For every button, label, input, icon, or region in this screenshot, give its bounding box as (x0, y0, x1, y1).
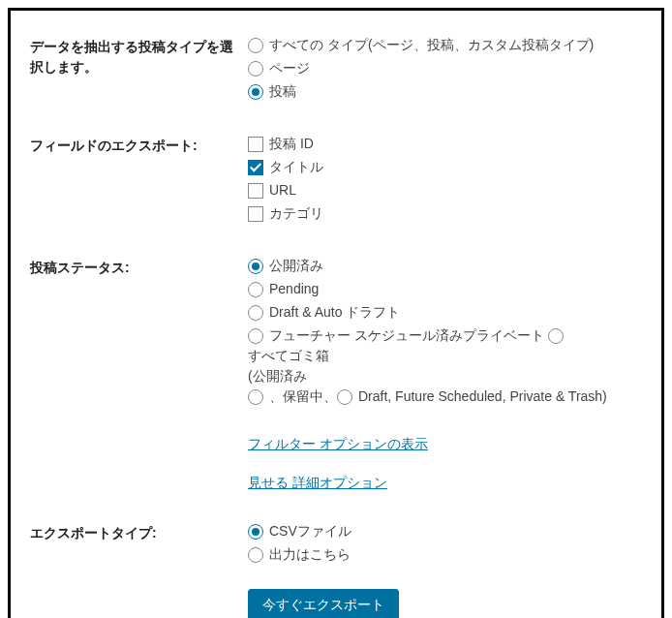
status-note-radio2[interactable] (337, 389, 352, 405)
export-type-csv-label[interactable]: CSVファイル (269, 521, 351, 541)
field-postid-checkbox[interactable] (248, 137, 263, 152)
fields-section: フィールドのエクスポート: 投稿 ID タイトル URL カテゴリ (30, 134, 642, 227)
status-pending-radio[interactable] (248, 282, 263, 297)
status-draft-radio[interactable] (248, 305, 263, 321)
status-note-pending: 、保留中、 (269, 386, 337, 407)
field-title-label[interactable]: タイトル (269, 157, 323, 177)
status-controls: 公開済み Pending Draft & Auto ドラフト フューチャー スケ… (248, 256, 642, 407)
export-type-label: エクスポートタイプ: (30, 521, 248, 543)
status-label: 投稿ステータス: (30, 256, 248, 278)
post-type-label: データを抽出する投稿タイプを選択します。 (30, 35, 248, 77)
export-type-controls: CSVファイル 出力はこちら 今すぐエクスポート (248, 521, 642, 618)
export-settings-panel: データを抽出する投稿タイプを選択します。 すべての タイプ(ページ、投稿、カスタ… (8, 8, 664, 618)
field-url-label[interactable]: URL (269, 180, 296, 201)
field-category-label[interactable]: カテゴリ (269, 203, 323, 224)
post-type-all-radio[interactable] (248, 38, 263, 53)
links-section: フィルター オプションの表示 見せる 詳細オプション (248, 436, 642, 492)
post-type-section: データを抽出する投稿タイプを選択します。 すべての タイプ(ページ、投稿、カスタ… (30, 35, 642, 105)
status-published-radio[interactable] (248, 259, 263, 274)
field-title-checkbox[interactable] (248, 160, 263, 175)
export-type-output-label[interactable]: 出力はこちら (269, 544, 351, 565)
post-type-page-radio[interactable] (248, 61, 263, 77)
field-postid-label[interactable]: 投稿 ID (269, 134, 314, 154)
post-type-post-label[interactable]: 投稿 (269, 81, 296, 102)
status-section: 投稿ステータス: 公開済み Pending Draft & Auto ドラフト … (30, 256, 642, 407)
export-type-csv-radio[interactable] (248, 524, 263, 540)
status-future-radio[interactable] (248, 328, 263, 344)
status-note-radio1[interactable] (248, 389, 263, 405)
status-trash-label: すべてゴミ箱 (248, 346, 642, 366)
status-note-rest: Draft, Future Scheduled, Private & Trash… (358, 386, 607, 407)
fields-controls: 投稿 ID タイトル URL カテゴリ (248, 134, 642, 227)
filter-options-link[interactable]: フィルター オプションの表示 (248, 436, 428, 451)
field-url-checkbox[interactable] (248, 183, 263, 199)
status-private-radio[interactable] (548, 328, 564, 344)
fields-label: フィールドのエクスポート: (30, 134, 248, 156)
export-type-output-radio[interactable] (248, 547, 263, 563)
post-type-all-label[interactable]: すべての タイプ(ページ、投稿、カスタム投稿タイプ) (269, 35, 594, 55)
post-type-controls: すべての タイプ(ページ、投稿、カスタム投稿タイプ) ページ 投稿 (248, 35, 642, 105)
post-type-page-label[interactable]: ページ (269, 58, 310, 78)
status-draft-label[interactable]: Draft & Auto ドラフト (269, 302, 400, 323)
export-now-button[interactable]: 今すぐエクスポート (248, 589, 399, 618)
status-published-label[interactable]: 公開済み (269, 256, 323, 276)
status-note-open: (公開済み (248, 366, 642, 386)
field-category-checkbox[interactable] (248, 206, 263, 222)
post-type-post-radio[interactable] (248, 84, 263, 100)
status-pending-label[interactable]: Pending (269, 279, 319, 299)
status-future-label[interactable]: フューチャー スケジュール済みプライベート (269, 325, 544, 346)
advanced-options-link[interactable]: 見せる 詳細オプション (248, 475, 387, 490)
export-type-section: エクスポートタイプ: CSVファイル 出力はこちら 今すぐエクスポート (30, 521, 642, 618)
